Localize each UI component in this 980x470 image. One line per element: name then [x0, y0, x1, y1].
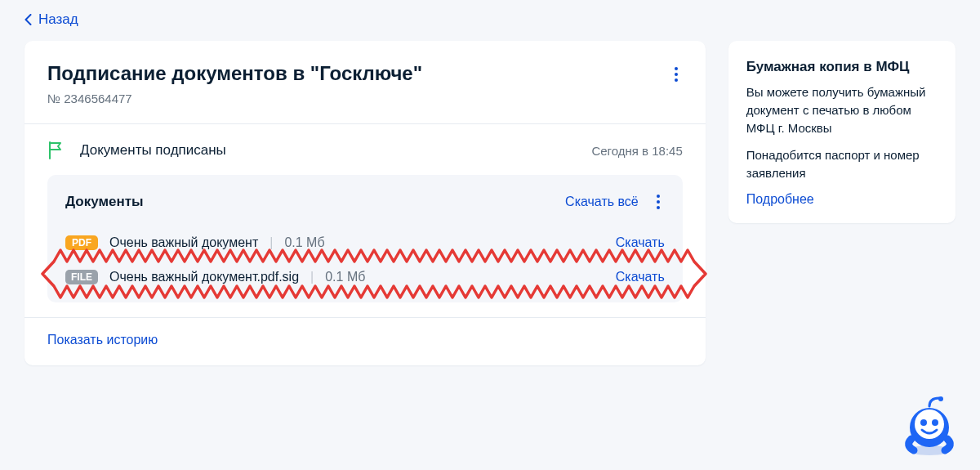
side-paragraph: Вы можете получить бумажный документ с п…: [746, 83, 938, 137]
svg-point-4: [932, 419, 938, 426]
svg-point-3: [920, 419, 927, 426]
document-name: Очень важный документ: [109, 235, 258, 250]
file-badge: FILE: [65, 270, 98, 284]
svg-point-5: [938, 396, 943, 401]
svg-point-2: [915, 410, 944, 439]
document-name: Очень важный документ.pdf.sig: [109, 270, 299, 284]
back-label: Назад: [38, 11, 78, 28]
show-history-link[interactable]: Показать историю: [47, 333, 158, 347]
request-number: № 2346564477: [47, 92, 422, 105]
chevron-left-icon: [24, 14, 32, 25]
download-all-link[interactable]: Скачать всё: [565, 195, 639, 209]
status-row: Документы подписаны Сегодня в 18:45: [24, 124, 706, 175]
side-title: Бумажная копия в МФЦ: [746, 59, 938, 75]
side-more-link[interactable]: Подробнее: [746, 192, 814, 206]
status-label: Документы подписаны: [80, 142, 226, 159]
main-card: Подписание документов в "Госключе" № 234…: [24, 41, 706, 365]
side-paragraph: Понадобится паспорт и номер заявления: [746, 146, 938, 182]
documents-block: Документы Скачать всё PDF Очень важный д…: [47, 175, 683, 302]
back-link[interactable]: Назад: [24, 8, 78, 41]
pdf-badge: PDF: [65, 235, 98, 250]
document-size: 0.1 Мб: [325, 270, 365, 284]
document-size: 0.1 Мб: [284, 235, 324, 250]
card-more-button[interactable]: [670, 62, 683, 87]
page-title: Подписание документов в "Госключе": [47, 62, 422, 85]
documents-more-button[interactable]: [652, 190, 665, 214]
download-link[interactable]: Скачать: [616, 270, 665, 284]
status-time: Сегодня в 18:45: [591, 144, 682, 158]
flag-icon: [47, 141, 65, 160]
documents-title: Документы: [65, 194, 144, 210]
download-link[interactable]: Скачать: [616, 235, 665, 250]
side-card: Бумажная копия в МФЦ Вы можете получить …: [728, 41, 956, 223]
document-row: FILE Очень важный документ.pdf.sig | 0.1…: [65, 260, 665, 294]
document-row: PDF Очень важный документ | 0.1 Мб Скача…: [65, 226, 665, 260]
assistant-mascot-icon[interactable]: [897, 395, 960, 462]
